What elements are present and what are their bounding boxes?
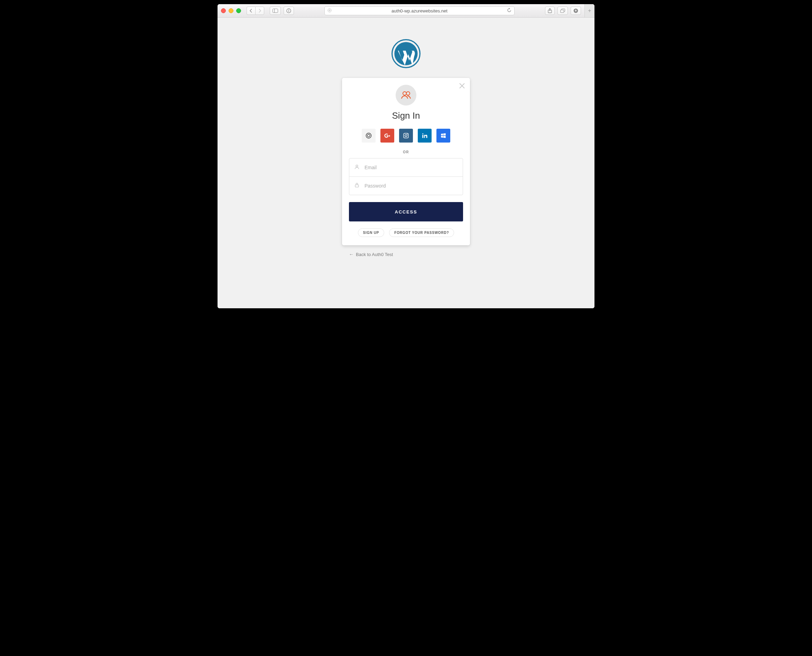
info-button[interactable] [284, 6, 294, 15]
password-field-row [349, 176, 463, 195]
reload-icon[interactable] [507, 8, 511, 14]
share-button[interactable] [545, 6, 555, 15]
email-field-row [349, 158, 463, 176]
minimize-window-button[interactable] [228, 8, 233, 13]
back-to-site-link[interactable]: ← Back to Auth0 Test [349, 252, 463, 257]
password-input[interactable] [364, 183, 458, 189]
back-link-label: Back to Auth0 Test [356, 252, 393, 257]
card-title: Sign In [349, 110, 463, 121]
forward-button[interactable] [255, 6, 264, 15]
nav-back-forward [247, 6, 264, 15]
svg-rect-8 [560, 10, 564, 13]
svg-rect-19 [422, 135, 423, 138]
svg-rect-4 [289, 10, 289, 12]
login-card: Sign In [342, 78, 470, 245]
secondary-actions: SIGN UP FORGOT YOUR PASSWORD? [349, 228, 463, 237]
new-tab-button[interactable]: + [584, 4, 594, 17]
svg-rect-22 [355, 185, 359, 187]
svg-point-18 [407, 134, 408, 135]
credentials-fields [349, 158, 463, 195]
login-linkedin-button[interactable] [418, 129, 432, 142]
login-windows-button[interactable] [437, 129, 450, 142]
email-input[interactable] [364, 164, 458, 170]
page-viewport: Sign In [218, 18, 594, 308]
close-icon[interactable] [459, 83, 465, 89]
svg-point-20 [422, 133, 423, 134]
close-window-button[interactable] [221, 8, 226, 13]
svg-point-21 [356, 165, 358, 167]
svg-point-3 [289, 9, 289, 10]
user-icon [354, 164, 360, 171]
divider-label: OR [349, 150, 463, 154]
svg-point-14 [366, 133, 371, 138]
address-bar[interactable]: auth0-wp.azurewebsites.net [324, 6, 515, 15]
tabs-button[interactable] [557, 6, 568, 15]
submit-button[interactable]: ACCESS [349, 202, 463, 221]
avatar-placeholder-icon [396, 85, 416, 105]
arrow-left-icon: ← [349, 252, 354, 257]
login-instagram-button[interactable] [399, 129, 413, 142]
svg-point-12 [403, 92, 406, 95]
safari-window: auth0-wp.azurewebsites.net + [218, 4, 594, 308]
address-bar-text: auth0-wp.azurewebsites.net [392, 8, 448, 14]
sidebar-toggle-button[interactable] [270, 6, 281, 15]
lock-icon [354, 183, 360, 189]
svg-rect-0 [273, 9, 278, 13]
svg-point-15 [367, 134, 370, 137]
svg-point-13 [406, 92, 410, 95]
zoom-window-button[interactable] [236, 8, 241, 13]
svg-point-17 [405, 135, 407, 137]
browser-titlebar: auth0-wp.azurewebsites.net + [218, 4, 594, 18]
login-github-button[interactable] [362, 129, 375, 142]
reader-add-icon [327, 8, 332, 14]
downloads-button[interactable] [571, 6, 581, 15]
forgot-password-button[interactable]: FORGOT YOUR PASSWORD? [389, 228, 454, 237]
window-controls [221, 8, 241, 13]
back-button[interactable] [247, 6, 255, 15]
wordpress-logo-icon [392, 39, 420, 68]
social-login-row [349, 129, 463, 142]
signup-button[interactable]: SIGN UP [358, 228, 384, 237]
login-google-plus-button[interactable] [380, 129, 394, 142]
